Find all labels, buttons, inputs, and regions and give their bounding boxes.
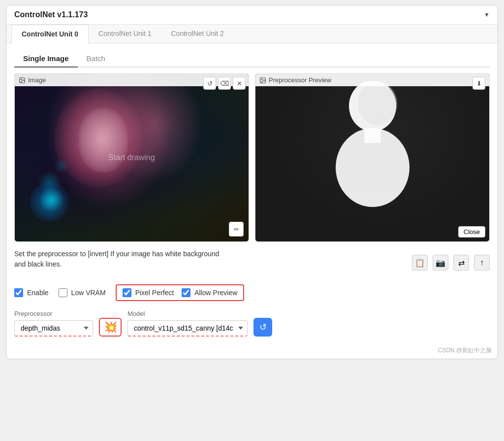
- model-select-wrapper: control_v11p_sd15_canny [d14c control_v1…: [127, 320, 248, 337]
- controls-row: Enable Low VRAM Pixel Perfect Allow Prev…: [14, 284, 490, 301]
- camera-button[interactable]: 📷: [433, 255, 448, 271]
- swap-button[interactable]: ⇄: [453, 255, 469, 271]
- close-preview-button[interactable]: Close: [458, 226, 485, 237]
- content-area: Single Image Batch: [6, 43, 498, 343]
- swap-icon: ⇄: [458, 258, 465, 268]
- tab-single-image[interactable]: Single Image: [14, 50, 78, 68]
- unit-tab-1[interactable]: ControlNet Unit 1: [89, 25, 161, 43]
- image-panels: Image ↺ ⌫ ✕ ✏ Start drawing: [14, 73, 490, 242]
- allow-preview-group: Allow Preview: [182, 288, 237, 297]
- pixel-perfect-label: Pixel Perfect: [135, 289, 174, 297]
- hint-text: Set the preprocessor to [invert] If your…: [14, 249, 219, 270]
- unit-tabs: ControlNet Unit 0 ControlNet Unit 1 Cont…: [6, 25, 498, 43]
- tab-batch[interactable]: Batch: [78, 50, 114, 68]
- pixel-perfect-checkbox[interactable]: [123, 288, 131, 297]
- input-image-panel: Image ↺ ⌫ ✕ ✏ Start drawing: [14, 73, 249, 242]
- low-vram-checkbox[interactable]: [59, 288, 67, 297]
- enable-label: Enable: [27, 289, 49, 297]
- download-button[interactable]: ⬇: [472, 77, 485, 90]
- upload-button[interactable]: ↑: [474, 255, 490, 271]
- enable-checkbox[interactable]: [14, 288, 23, 297]
- image-tabs: Single Image Batch: [14, 50, 490, 68]
- low-vram-label: Low VRAM: [71, 289, 106, 297]
- title-dropdown-arrow[interactable]: ▼: [484, 11, 490, 18]
- undo-button[interactable]: ↺: [203, 77, 216, 90]
- preprocessor-preview-panel: Preprocessor Preview ⬇ Close: [255, 73, 490, 242]
- notes-button[interactable]: 📋: [412, 255, 428, 271]
- model-select[interactable]: control_v11p_sd15_canny [d14c control_v1…: [127, 320, 248, 337]
- input-panel-label: Image: [28, 76, 46, 84]
- preprocessor-label: Preprocessor: [14, 310, 93, 317]
- refresh-icon: ↺: [259, 322, 267, 333]
- low-vram-group: Low VRAM: [59, 288, 106, 297]
- pixel-perfect-group: Pixel Perfect: [123, 288, 174, 297]
- unit-tab-2[interactable]: ControlNet Unit 2: [161, 25, 234, 43]
- highlight-box: Pixel Perfect Allow Preview: [116, 284, 245, 301]
- preview-panel-label: Preprocessor Preview: [269, 76, 331, 84]
- watermark: CSDN @新缸中之脑: [6, 343, 498, 359]
- preprocessor-select-wrapper: depth_midas canny openpose depth none: [14, 320, 93, 337]
- image-icon: [19, 77, 26, 84]
- preprocessor-preview-area: Preprocessor Preview ⬇ Close: [255, 74, 489, 241]
- allow-preview-label: Allow Preview: [194, 289, 237, 297]
- app-title: ControlNet v1.1.173: [14, 10, 88, 19]
- model-field: Model control_v11p_sd15_canny [d14c cont…: [127, 310, 248, 337]
- unit-tab-0[interactable]: ControlNet Unit 0: [11, 25, 89, 43]
- hint-row: Set the preprocessor to [invert] If your…: [14, 249, 490, 276]
- refresh-model-button[interactable]: ↺: [253, 318, 272, 337]
- camera-icon: 📷: [436, 258, 445, 268]
- draw-button[interactable]: ✏: [229, 222, 244, 237]
- input-panel-actions: ↺ ⌫ ✕: [203, 77, 246, 90]
- preview-image-icon: [259, 77, 266, 84]
- preprocessor-field: Preprocessor depth_midas canny openpose …: [14, 310, 93, 337]
- svg-point-1: [21, 79, 22, 80]
- svg-point-7: [261, 79, 262, 80]
- upload-icon: ↑: [480, 258, 484, 267]
- bottom-row: Preprocessor depth_midas canny openpose …: [14, 310, 490, 337]
- explosion-icon: 💥: [104, 321, 117, 334]
- model-label: Model: [127, 310, 248, 317]
- eraser-button[interactable]: ⌫: [218, 77, 231, 90]
- clear-button[interactable]: ✕: [233, 77, 246, 90]
- preprocessor-select[interactable]: depth_midas canny openpose depth none: [14, 320, 93, 337]
- preview-panel-header: Preprocessor Preview: [255, 74, 489, 86]
- enable-group: Enable: [14, 288, 49, 297]
- hint-icons: 📋 📷 ⇄ ↑: [412, 255, 490, 271]
- title-bar: ControlNet v1.1.173 ▼: [6, 5, 498, 25]
- notes-icon: 📋: [415, 258, 425, 268]
- controlnet-panel: ControlNet v1.1.173 ▼ ControlNet Unit 0 …: [6, 5, 498, 359]
- input-image-area[interactable]: Image ↺ ⌫ ✕ ✏ Start drawing: [15, 74, 249, 241]
- allow-preview-checkbox[interactable]: [182, 288, 190, 297]
- run-preprocessor-button[interactable]: 💥: [99, 318, 122, 337]
